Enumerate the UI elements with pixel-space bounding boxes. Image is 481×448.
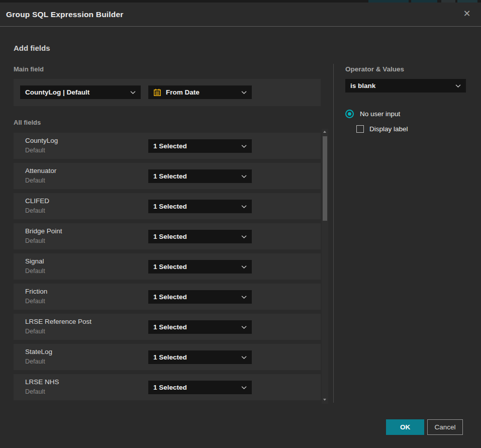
field-selected-dropdown[interactable]: 1 Selected bbox=[148, 290, 252, 304]
main-field-panel: CountyLog | Default From Date bbox=[14, 79, 321, 106]
field-name: Signal bbox=[25, 257, 44, 265]
scroll-down-icon[interactable] bbox=[323, 399, 326, 401]
chevron-down-icon bbox=[241, 326, 247, 329]
radio-selected-icon[interactable] bbox=[345, 110, 354, 118]
chevron-down-icon bbox=[130, 91, 136, 94]
field-selected-dropdown[interactable]: 1 Selected bbox=[148, 320, 252, 334]
field-sublabel: Default bbox=[25, 358, 45, 365]
field-sublabel: Default bbox=[25, 147, 45, 154]
list-scrollbar[interactable] bbox=[322, 129, 328, 404]
field-selected-dropdown[interactable]: 1 Selected bbox=[148, 260, 252, 274]
field-sublabel: Default bbox=[25, 237, 45, 244]
add-fields-heading: Add fields bbox=[14, 44, 50, 52]
operator-dropdown[interactable]: is blank bbox=[345, 79, 466, 93]
no-user-input-label[interactable]: No user input bbox=[360, 110, 400, 118]
main-field-dropdown[interactable]: From Date bbox=[148, 85, 252, 99]
field-name: Bridge Point bbox=[25, 227, 62, 235]
field-sublabel: Default bbox=[25, 388, 45, 395]
field-selected-dropdown[interactable]: 1 Selected bbox=[148, 350, 252, 364]
display-label-text[interactable]: Display label bbox=[369, 125, 408, 133]
field-sublabel: Default bbox=[25, 177, 45, 184]
dialog-title: Group SQL Expression Builder bbox=[6, 3, 124, 26]
dialog-titlebar: Group SQL Expression Builder ✕ bbox=[0, 3, 481, 26]
no-user-input-option[interactable]: No user input bbox=[345, 110, 400, 118]
chevron-down-icon bbox=[241, 356, 247, 359]
checkbox-unchecked-icon[interactable] bbox=[356, 125, 364, 133]
field-row: StateLog Default 1 Selected bbox=[14, 344, 321, 370]
operator-values-heading: Operator & Values bbox=[345, 65, 404, 73]
field-name: CLIFED bbox=[25, 197, 49, 205]
chevron-down-icon bbox=[455, 84, 461, 87]
chevron-down-icon bbox=[241, 386, 247, 389]
scroll-up-icon[interactable] bbox=[323, 131, 326, 133]
cancel-button[interactable]: Cancel bbox=[427, 419, 463, 435]
field-row: Attenuator Default 1 Selected bbox=[14, 163, 321, 189]
field-sublabel: Default bbox=[25, 298, 45, 305]
chevron-down-icon bbox=[241, 145, 247, 148]
titlebar-divider bbox=[0, 26, 481, 27]
panel-divider bbox=[333, 64, 334, 403]
scrollbar-thumb[interactable] bbox=[323, 136, 327, 221]
dataset-dropdown[interactable]: CountyLog | Default bbox=[20, 85, 141, 99]
field-name: Friction bbox=[25, 288, 47, 295]
field-sublabel: Default bbox=[25, 267, 45, 275]
field-selected-dropdown[interactable]: 1 Selected bbox=[148, 230, 252, 243]
field-sublabel: Default bbox=[25, 328, 45, 335]
chevron-down-icon bbox=[241, 296, 247, 299]
field-selected-dropdown[interactable]: 1 Selected bbox=[148, 139, 252, 153]
field-name: StateLog bbox=[25, 348, 52, 355]
chevron-down-icon bbox=[241, 235, 247, 238]
chevron-down-icon bbox=[241, 265, 247, 268]
calendar-icon bbox=[153, 88, 161, 97]
close-icon[interactable]: ✕ bbox=[460, 3, 474, 26]
all-fields-list: CountyLog Default 1 Selected Attenuator … bbox=[14, 133, 321, 400]
field-row: CountyLog Default 1 Selected bbox=[14, 133, 321, 159]
operator-dropdown-value: is blank bbox=[350, 82, 375, 89]
field-row: CLIFED Default 1 Selected bbox=[14, 193, 321, 219]
field-name: CountyLog bbox=[25, 137, 58, 144]
field-name: LRSE NHS bbox=[25, 378, 59, 386]
dataset-dropdown-value: CountyLog | Default bbox=[25, 88, 89, 96]
field-row: LRSE Reference Post Default 1 Selected bbox=[14, 314, 321, 340]
field-name: Attenuator bbox=[25, 167, 56, 174]
field-row: Friction Default 1 Selected bbox=[14, 284, 321, 310]
ok-button[interactable]: OK bbox=[386, 419, 424, 435]
main-field-label: Main field bbox=[14, 65, 44, 73]
field-selected-dropdown[interactable]: 1 Selected bbox=[148, 200, 252, 213]
field-sublabel: Default bbox=[25, 207, 45, 214]
chevron-down-icon bbox=[241, 175, 247, 178]
field-name: LRSE Reference Post bbox=[25, 318, 91, 325]
chevron-down-icon bbox=[241, 91, 247, 94]
all-fields-label: All fields bbox=[14, 119, 41, 126]
chevron-down-icon bbox=[241, 205, 247, 208]
field-row: Signal Default 1 Selected bbox=[14, 253, 321, 280]
field-selected-dropdown[interactable]: 1 Selected bbox=[148, 169, 252, 183]
display-label-option[interactable]: Display label bbox=[356, 125, 408, 133]
field-selected-dropdown[interactable]: 1 Selected bbox=[148, 381, 252, 394]
main-field-dropdown-value: From Date bbox=[166, 88, 200, 96]
field-row: LRSE NHS Default 1 Selected bbox=[14, 374, 321, 400]
field-row: Bridge Point Default 1 Selected bbox=[14, 223, 321, 249]
